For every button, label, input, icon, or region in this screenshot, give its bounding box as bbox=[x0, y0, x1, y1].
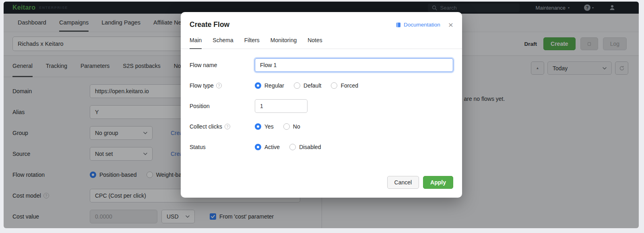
modal-row-status: Status Active Disabled bbox=[190, 140, 453, 154]
documentation-link[interactable]: Documentation bbox=[396, 22, 440, 28]
documentation-label: Documentation bbox=[404, 22, 440, 28]
radio-collect-no[interactable]: No bbox=[283, 123, 300, 130]
radio-label: Regular bbox=[264, 82, 284, 89]
status-label: Status bbox=[190, 144, 255, 150]
tab-label: Filters bbox=[244, 37, 260, 43]
radio-selected-icon bbox=[255, 123, 261, 130]
screenshot-frame: Keitaro ENTERPRISE Search Maintenance ▾ … bbox=[0, 0, 644, 233]
radio-label: Yes bbox=[264, 123, 274, 130]
position-label: Position bbox=[190, 103, 255, 109]
modal-tab-main[interactable]: Main bbox=[190, 37, 202, 49]
tab-label: Monitoring bbox=[270, 37, 297, 43]
radio-default[interactable]: Default bbox=[294, 82, 321, 89]
create-flow-modal: Create Flow Documentation × Main Schema … bbox=[181, 12, 462, 198]
modal-footer: Cancel Apply bbox=[181, 176, 462, 198]
radio-regular[interactable]: Regular bbox=[255, 82, 284, 89]
modal-row-flow-type: Flow type ? Regular Default Forced bbox=[190, 79, 453, 92]
radio-unselected-icon bbox=[289, 144, 296, 150]
radio-label: Disabled bbox=[299, 144, 321, 150]
radio-status-disabled[interactable]: Disabled bbox=[289, 144, 321, 150]
flow-name-input[interactable] bbox=[255, 58, 453, 72]
radio-selected-icon bbox=[255, 82, 261, 89]
collect-clicks-label: Collect clicks ? bbox=[190, 123, 255, 130]
flow-type-label: Flow type ? bbox=[190, 82, 255, 89]
radio-label: No bbox=[293, 123, 300, 130]
radio-collect-yes[interactable]: Yes bbox=[255, 123, 274, 130]
flow-name-label: Flow name bbox=[190, 62, 255, 68]
modal-tab-filters[interactable]: Filters bbox=[244, 37, 260, 49]
book-icon bbox=[396, 22, 401, 28]
radio-unselected-icon bbox=[294, 82, 300, 89]
radio-label: Default bbox=[303, 82, 321, 89]
tab-label: Schema bbox=[213, 37, 233, 43]
info-icon: ? bbox=[216, 83, 222, 88]
cancel-button[interactable]: Cancel bbox=[387, 176, 419, 189]
modal-header: Create Flow Documentation × bbox=[181, 12, 462, 29]
modal-row-collect-clicks: Collect clicks ? Yes No bbox=[190, 120, 453, 133]
radio-label: Forced bbox=[341, 82, 358, 89]
radio-status-active[interactable]: Active bbox=[255, 144, 280, 150]
modal-title: Create Flow bbox=[190, 20, 396, 29]
modal-row-position: Position bbox=[190, 99, 453, 113]
modal-tabs: Main Schema Filters Monitoring Notes bbox=[181, 37, 462, 49]
tab-label: Main bbox=[190, 37, 202, 43]
radio-unselected-icon bbox=[283, 123, 290, 130]
info-icon: ? bbox=[225, 124, 230, 129]
tab-label: Notes bbox=[308, 37, 322, 43]
modal-tab-monitoring[interactable]: Monitoring bbox=[270, 37, 297, 49]
close-icon[interactable]: × bbox=[448, 20, 453, 29]
radio-forced[interactable]: Forced bbox=[331, 82, 358, 89]
modal-tab-notes[interactable]: Notes bbox=[308, 37, 322, 49]
position-input[interactable] bbox=[255, 99, 308, 113]
modal-body: Flow name Flow type ? Regular Default bbox=[181, 49, 462, 176]
modal-row-flow-name: Flow name bbox=[190, 58, 453, 72]
radio-unselected-icon bbox=[331, 82, 337, 89]
radio-selected-icon bbox=[255, 144, 261, 150]
radio-label: Active bbox=[264, 144, 280, 150]
modal-tab-schema[interactable]: Schema bbox=[213, 37, 233, 49]
apply-button[interactable]: Apply bbox=[423, 176, 453, 189]
